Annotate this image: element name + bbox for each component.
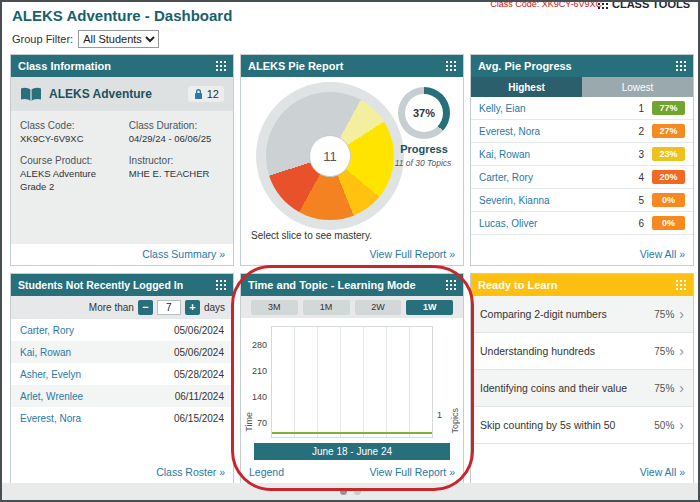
widget-menu-icon[interactable]	[446, 61, 456, 71]
student-link[interactable]: Everest, Nora	[479, 126, 630, 137]
aleks-pie-chart[interactable]: 11	[266, 92, 394, 220]
panel-class-information: Class Information ALEKS Adventure 12	[10, 54, 234, 266]
page-title: ALEKS Adventure - Dashboard	[12, 7, 232, 24]
right-axis-label: Topics	[450, 408, 460, 434]
class-tools-button[interactable]: CLASS TOOLS	[598, 0, 690, 10]
carousel-pagination	[2, 483, 698, 500]
student-progress-row: Kelly, Eian 1 77%	[471, 97, 693, 120]
topic-readiness: 50%	[654, 420, 674, 431]
panel-ready-to-learn: Ready to Learn Comparing 2-digit numbers…	[470, 273, 694, 484]
view-all-link[interactable]: View All »	[640, 466, 685, 478]
rank: 5	[630, 195, 644, 206]
class-roster-link[interactable]: Class Roster »	[156, 466, 225, 478]
last-login-date: 06/15/2024	[174, 413, 224, 424]
rank: 4	[630, 172, 644, 183]
panel-aleks-pie-report: ALEKS Pie Report 11 37% Progress 11 of 3…	[240, 54, 464, 266]
student-link[interactable]: Asher, Evelyn	[20, 369, 81, 380]
avg-pie-list: Kelly, Eian 1 77% Everest, Nora 2 27% Ka…	[471, 97, 693, 244]
y-tick: 280	[241, 340, 267, 350]
field-class-duration: Class Duration: 04/29/24 - 06/06/25	[129, 120, 224, 145]
student-link[interactable]: Lucas, Oliver	[479, 218, 630, 229]
decrease-days-button[interactable]: −	[138, 300, 153, 315]
time-topic-chart: Time 280 210 140 70 1 Topics June 18 - J…	[241, 318, 463, 462]
progress-badge: 0%	[652, 216, 685, 230]
panel-time-topic: Time and Topic - Learning Mode 3M 1M 2W …	[240, 273, 464, 484]
view-all-link[interactable]: View All »	[640, 248, 685, 260]
class-summary-link[interactable]: Class Summary »	[142, 248, 225, 260]
widget-menu-icon[interactable]	[676, 280, 686, 290]
student-link[interactable]: Arlet, Wrenlee	[20, 391, 83, 402]
class-information-title: Class Information	[18, 60, 111, 72]
not-logged-in-header: Students Not Recently Logged In	[11, 274, 233, 296]
widget-menu-icon[interactable]	[216, 61, 226, 71]
topic-readiness: 75%	[654, 309, 674, 320]
topic-label: Comparing 2-digit numbers	[480, 308, 654, 321]
widget-menu-icon[interactable]	[216, 280, 226, 290]
time-topic-header: Time and Topic - Learning Mode	[241, 274, 463, 296]
pie-hint-text: Select slice to see mastery.	[251, 230, 372, 241]
legend-link[interactable]: Legend	[249, 466, 284, 478]
topic-label: Identifying coins and their value	[480, 382, 654, 395]
last-login-date: 05/28/2024	[174, 369, 224, 380]
field-instructor: Instructor: MHE E. TEACHER	[129, 155, 224, 193]
rank: 6	[630, 218, 644, 229]
range-1m-button[interactable]: 1M	[303, 300, 350, 315]
progress-badge: 27%	[652, 124, 685, 138]
avg-pie-title: Avg. Pie Progress	[478, 60, 572, 72]
rank: 3	[630, 149, 644, 160]
widget-menu-icon[interactable]	[676, 61, 686, 71]
view-full-report-link[interactable]: View Full Report »	[369, 248, 455, 260]
student-link[interactable]: Kai, Rowan	[479, 149, 630, 160]
topic-row[interactable]: Comparing 2-digit numbers 75% ›	[471, 296, 693, 333]
time-range-buttons: 3M 1M 2W 1W	[241, 296, 463, 318]
topic-row[interactable]: Identifying coins and their value 75% ›	[471, 370, 693, 407]
panel-avg-pie-progress: Avg. Pie Progress Highest Lowest Kelly, …	[470, 54, 694, 266]
rank: 1	[630, 103, 644, 114]
rank: 2	[630, 126, 644, 137]
range-1w-button[interactable]: 1W	[406, 300, 453, 315]
ready-to-learn-title: Ready to Learn	[478, 279, 557, 291]
locked-count: 12	[207, 88, 219, 100]
not-logged-in-title: Students Not Recently Logged In	[18, 279, 183, 291]
days-threshold-controls: More than − 7 + days	[11, 296, 233, 319]
time-series-line	[272, 432, 432, 434]
class-info-fields: Class Code: XK9CY-6V9XC Class Duration: …	[11, 111, 233, 202]
increase-days-button[interactable]: +	[185, 300, 200, 315]
student-link[interactable]: Severin, Kianna	[479, 195, 630, 206]
view-full-report-link[interactable]: View Full Report »	[369, 466, 455, 478]
ready-to-learn-list: Comparing 2-digit numbers 75% › Understa…	[471, 296, 693, 462]
student-link[interactable]: Carter, Rory	[479, 172, 630, 183]
student-row: Kai, Rowan 05/06/2024	[11, 341, 233, 363]
topbar-class-code: Class Code: XK9CY-6V9XC	[490, 0, 602, 9]
carousel-dot-1[interactable]	[340, 488, 347, 495]
class-name-band: ALEKS Adventure 12	[11, 77, 233, 111]
topic-readiness: 75%	[654, 383, 674, 394]
student-link[interactable]: Carter, Rory	[20, 325, 74, 336]
group-filter-select[interactable]: All Students	[78, 30, 159, 48]
tab-highest[interactable]: Highest	[471, 77, 582, 97]
pie-report-header: ALEKS Pie Report	[241, 55, 463, 77]
student-link[interactable]: Kelly, Eian	[479, 103, 630, 114]
y-tick: 70	[241, 418, 267, 428]
pie-report-body: 11 37% Progress 11 of 30 Topics Select s…	[241, 77, 463, 244]
pie-center-count: 11	[309, 135, 351, 177]
tab-lowest[interactable]: Lowest	[582, 77, 693, 97]
last-login-date: 06/11/2024	[175, 391, 224, 402]
days-input[interactable]: 7	[157, 300, 181, 315]
chevron-right-icon: ›	[679, 381, 684, 395]
right-axis-tick: 1	[437, 410, 442, 420]
student-link[interactable]: Everest, Nora	[20, 413, 81, 424]
range-3m-button[interactable]: 3M	[251, 300, 298, 315]
time-topic-footer: Legend View Full Report »	[241, 462, 463, 483]
student-progress-row: Lucas, Oliver 6 0%	[471, 212, 693, 235]
topic-row[interactable]: Understanding hundreds 75% ›	[471, 333, 693, 370]
date-range-text: June 18 - June 24	[312, 446, 392, 457]
widget-menu-icon[interactable]	[446, 280, 456, 290]
pie-report-footer: View Full Report »	[241, 244, 463, 265]
student-row: Asher, Evelyn 05/28/2024	[11, 363, 233, 385]
student-link[interactable]: Kai, Rowan	[20, 347, 71, 358]
lock-icon	[193, 88, 204, 100]
range-2w-button[interactable]: 2W	[355, 300, 402, 315]
topic-row[interactable]: Skip counting by 5s within 50 50% ›	[471, 407, 693, 444]
carousel-dot-2[interactable]	[354, 488, 361, 495]
